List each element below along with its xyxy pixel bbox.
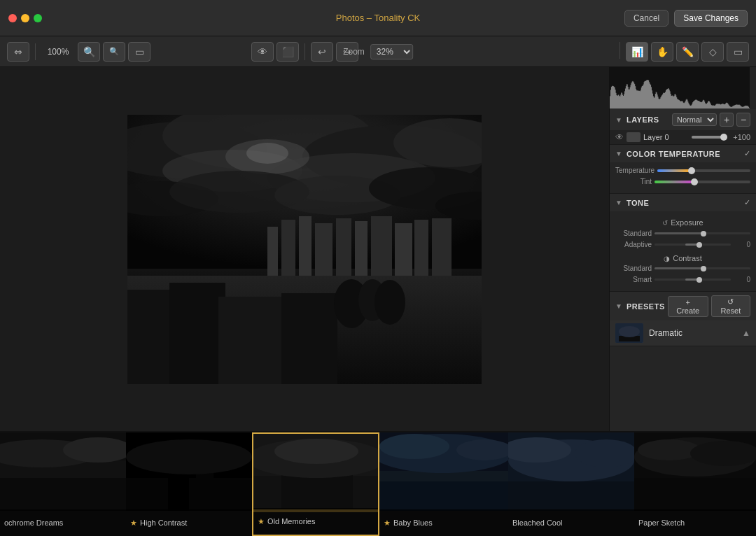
contrast-standard-row: Standard [615,265,750,272]
adaptive-value: 0 [734,241,750,248]
exposure-refresh-icon[interactable]: ↺ [662,219,668,227]
toolbar-separator-3 [620,42,620,59]
temperature-slider[interactable] [657,169,750,172]
film-item-4[interactable]: Bleached Cool [508,432,634,536]
eraser-tool-button[interactable]: ◇ [701,42,724,62]
svg-rect-27 [218,297,288,384]
contrast-smart-thumb[interactable] [696,277,702,283]
tint-thumb[interactable] [691,178,698,185]
histogram-button[interactable]: 📊 [626,42,648,62]
svg-rect-58 [508,481,634,511]
tone-section: ▼ Tone ✓ ↺ Exposure Standard [610,194,756,292]
save-changes-button[interactable]: Save Changes [674,10,748,27]
film-item-0[interactable]: ochrome Dreams [0,432,126,536]
remove-layer-button[interactable]: − [736,113,750,127]
right-panel: ▼ LAYERS Normal Multiply Screen + − 👁 La… [609,67,756,431]
titlebar: Photos – Tonality CK Cancel Save Changes [0,0,756,36]
svg-rect-18 [336,218,351,283]
tint-slider[interactable] [654,181,750,183]
toolbar-separator-1 [35,43,36,60]
fit-button[interactable]: ▭ [128,42,150,62]
film-item-3[interactable]: ★ Baby Blues [379,432,508,536]
reset-preset-button[interactable]: ↺ Reset [711,295,750,317]
tone-header[interactable]: ▼ Tone ✓ [610,194,756,211]
view-split-button[interactable]: ⬛ [276,42,299,62]
window-title: Photos – Tonality CK [336,13,420,23]
svg-rect-63 [634,478,756,511]
toolbar: ⇔ 100% 🔍 🔍 ▭ Zoom 32% 50% 100% 👁 ⬛ ↩ ↪ 📊… [0,36,756,67]
color-temperature-header[interactable]: ▼ Color Temperature ✓ [610,145,756,162]
eye-button[interactable]: 👁 [251,42,274,62]
close-button[interactable] [8,14,17,22]
film-label-0: ochrome Dreams [0,509,126,536]
create-preset-button[interactable]: + Create [668,296,708,317]
contrast-standard-slider[interactable] [654,267,750,269]
contrast-icon: ◑ [664,255,670,262]
contrast-smart-value: 0 [734,276,750,283]
zoom-out-button[interactable]: 🔍 [103,42,125,62]
zoom-display: 100% [44,47,72,57]
svg-rect-14 [267,227,278,283]
zoom-in-button[interactable]: 🔍 [78,42,100,62]
contrast-standard-fill [654,267,703,269]
color-temperature-title: Color Temperature [626,150,741,158]
add-layer-button[interactable]: + [720,113,734,127]
cityscape-svg [127,115,482,384]
film-item-5[interactable]: Paper Sketch [634,432,756,536]
canvas-area[interactable] [0,67,609,431]
blend-mode-select[interactable]: Normal Multiply Screen [672,113,717,126]
svg-rect-20 [371,216,392,283]
cancel-button[interactable]: Cancel [624,10,668,27]
color-temp-check: ✓ [744,149,750,158]
color-temp-content: Temperature Tint [610,162,756,193]
layers-section: ▼ LAYERS Normal Multiply Screen + − 👁 La… [610,109,756,145]
adaptive-thumb[interactable] [696,242,702,248]
undo-button[interactable]: ↩ [311,42,333,62]
main-photo [127,115,482,384]
toggle-sidebar-button[interactable]: ⇔ [7,42,29,62]
layer-opacity-container [692,136,727,139]
tone-content: ↺ Exposure Standard Adaptive [610,211,756,291]
tint-row: Tint [615,178,750,185]
film-item-1[interactable]: ★ High Contrast [126,432,252,536]
film-thumb-3 [379,432,508,511]
layers-arrow[interactable]: ▼ [615,116,622,124]
layer-visibility-toggle[interactable]: 👁 [615,132,624,142]
film-label-3: ★ Baby Blues [379,509,508,536]
film-thumb-2 [253,434,378,512]
layer-name: Layer 0 [643,133,689,141]
zoom-select[interactable]: 32% 50% 100% [370,44,413,59]
contrast-smart-label: Smart [615,276,652,283]
film-star-3: ★ [384,519,391,528]
tone-arrow: ▼ [615,199,622,206]
brush-tool-button[interactable]: ✏️ [676,42,699,62]
svg-rect-15 [281,220,295,283]
tone-title: Tone [626,199,741,207]
layer-opacity-slider[interactable] [692,136,727,139]
film-name-1: High Contrast [140,519,187,527]
layer-opacity-value: +100 [729,133,750,141]
film-item-2[interactable]: ★ Old Memories [252,432,379,536]
exposure-standard-slider[interactable] [654,232,750,234]
film-name-4: Bleached Cool [512,519,563,527]
tone-check: ✓ [744,198,750,207]
temperature-thumb[interactable] [688,167,695,174]
contrast-standard-thumb[interactable] [701,266,706,271]
maximize-button[interactable] [34,14,42,22]
presets-arrow[interactable]: ▼ [615,302,622,310]
contrast-smart-slider[interactable] [654,278,731,281]
hand-tool-button[interactable]: ✋ [651,42,673,62]
opacity-thumb[interactable] [720,134,727,141]
exposure-adaptive-slider[interactable] [654,244,731,246]
svg-rect-52 [379,478,508,511]
preset-expand-icon[interactable]: ▲ [742,328,750,338]
standard-thumb[interactable] [701,231,706,237]
layers-view-button[interactable]: ▭ [727,42,749,62]
svg-rect-26 [169,283,225,384]
film-star-1: ★ [130,519,137,528]
dramatic-preset-row[interactable]: Dramatic ▲ [610,320,756,346]
film-thumb-5 [634,432,756,511]
minimize-button[interactable] [21,14,29,22]
svg-rect-42 [168,471,189,511]
svg-point-31 [374,280,405,325]
